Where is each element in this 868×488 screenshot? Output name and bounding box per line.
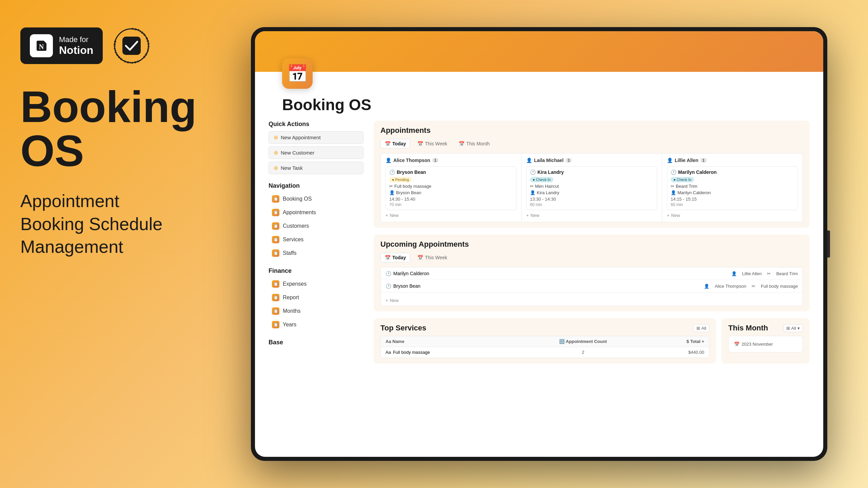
upcoming-beard-trim: Beard Trim <box>776 271 798 276</box>
status-badge-pending: ● Pending <box>389 177 513 184</box>
nav-icon-months: 📋 <box>272 307 279 315</box>
sidebar-item-appointments[interactable]: 📋 Appointments <box>269 206 363 219</box>
plus-icon-new-2: + <box>526 213 529 218</box>
upcoming-tab-today[interactable]: 📅 Today <box>380 253 410 262</box>
plus-icon-2: ⊕ <box>274 149 278 156</box>
sidebar-item-services[interactable]: 📋 Services <box>269 233 363 246</box>
person-icon-small-3: 👤 <box>671 190 676 195</box>
laila-count: 1 <box>566 158 572 163</box>
tab-this-month[interactable]: 📅 This Month <box>454 139 494 148</box>
month-label-row: 📅 2023 November <box>732 340 799 349</box>
sidebar-item-months[interactable]: 📋 Months <box>269 305 363 317</box>
month-filter[interactable]: ⊞ All ▾ <box>783 324 803 332</box>
person-icon-3: 👤 <box>667 158 673 163</box>
services-table-header: Aa Name 🔢 Appointment Count <box>381 336 709 347</box>
appt-header-lillie: 👤 Lillie Allen 1 <box>667 158 798 163</box>
service-count-cell: 2 <box>545 350 621 355</box>
scene: N Made for Notion NOTION CERTIFIED · NOT… <box>0 0 868 488</box>
notion-page: 📅 Booking OS Quick Actions <box>255 31 823 457</box>
calendar-icon-2: 📅 <box>417 141 423 146</box>
person-icon-1: 👤 <box>386 158 391 163</box>
add-new-1[interactable]: + New <box>386 213 516 218</box>
person-icon-up-1: 👤 <box>731 271 737 276</box>
appt-column-laila: 👤 Laila Michael 1 🕐 Kira Landry <box>521 154 662 222</box>
clock-icon-upcoming-2: 🕐 <box>386 283 391 289</box>
add-new-3[interactable]: + New <box>667 213 798 218</box>
notion-logo: N <box>30 34 53 57</box>
add-new-2[interactable]: + New <box>526 213 657 218</box>
row-aa-icon: Aa <box>386 350 391 355</box>
subtitle: Appointment Booking Schedule Management <box>20 190 203 259</box>
notion-text: Made for Notion <box>59 35 93 57</box>
time-3: 14:15 - 15:15 <box>671 197 794 202</box>
time-1: 14:30 - 15:40 <box>389 197 513 202</box>
clock-icon-3: 🕐 <box>671 169 676 175</box>
upcoming-marilyn-name: Marilyn Calderon <box>393 271 429 276</box>
lillie-allen-name: Lillie Allen <box>675 158 698 163</box>
nav-list: 📋 Booking OS 📋 Appointments 📋 <box>269 193 363 259</box>
sidebar-item-report[interactable]: 📋 Report <box>269 291 363 304</box>
quick-actions-list: ⊕ New Appointment ⊕ New Customer ⊕ <box>269 131 363 174</box>
service-name-cell: Aa Full body massage <box>386 350 538 355</box>
nav-icon-years: 📋 <box>272 321 279 328</box>
sidebar-item-booking-os[interactable]: 📋 Booking OS <box>269 193 363 205</box>
sidebar-item-customers[interactable]: 📋 Customers <box>269 220 363 232</box>
laila-michael-name: Laila Michael <box>534 158 564 163</box>
services-filter[interactable]: ⊞ All <box>693 324 709 332</box>
page-title: Booking OS <box>282 96 796 114</box>
nav-icon-appointments: 📋 <box>272 209 279 216</box>
add-new-upcoming[interactable]: + New <box>381 295 803 306</box>
nav-icon-expenses: 📋 <box>272 280 279 288</box>
upcoming-tab-week[interactable]: 📅 This Week <box>413 253 452 262</box>
top-services-heading: Top Services <box>380 324 426 332</box>
person-icon-small-1: 👤 <box>389 190 395 195</box>
upcoming-left-marilyn: 🕐 Marilyn Calderon <box>386 271 725 276</box>
appt-card-bryson: 🕐 Bryson Bean ● Pending ✂ <box>386 166 516 210</box>
nav-label-staffs: Staffs <box>283 250 297 256</box>
tab-this-week[interactable]: 📅 This Week <box>413 139 452 148</box>
services-table: Aa Name 🔢 Appointment Count <box>380 336 709 358</box>
new-customer-label: New Customer <box>281 150 314 156</box>
duration-2: 60 min <box>530 202 653 207</box>
upcoming-today-label: Today <box>392 255 406 260</box>
upcoming-row-bryson: 🕐 Bryson Bean 👤 Alice Thompson ✂ Full bo… <box>381 280 803 292</box>
staff-name-bryson: 🕐 Bryson Bean <box>389 169 513 175</box>
tab-this-week-label: This Week <box>425 141 447 146</box>
upcoming-tabs: 📅 Today 📅 This Week <box>380 253 803 262</box>
col-header-count: 🔢 Appointment Count <box>545 339 621 344</box>
upcoming-right-bryson: 👤 Alice Thompson ✂ Full body massage <box>704 284 798 289</box>
top-services-header: Top Services ⊞ All <box>380 324 709 332</box>
page-title-area: Booking OS <box>255 89 823 117</box>
sidebar-item-staffs[interactable]: 📋 Staffs <box>269 247 363 259</box>
appointments-section: Appointments 📅 Today 📅 This Week <box>374 121 810 228</box>
made-label: Made for <box>59 35 93 44</box>
services-all-label: All <box>702 326 706 331</box>
table-row: Aa Full body massage 2 $440.00 <box>381 347 709 358</box>
upcoming-alice: Alice Thompson <box>715 284 746 289</box>
this-month-section: This Month ⊞ All ▾ <box>722 318 810 364</box>
sidebar-item-years[interactable]: 📋 Years <box>269 319 363 331</box>
new-appointment-button[interactable]: ⊕ New Appointment <box>269 131 363 144</box>
sidebar-item-expenses[interactable]: 📋 Expenses <box>269 278 363 290</box>
new-customer-button[interactable]: ⊕ New Customer <box>269 146 363 159</box>
made-for-notion-badge: N Made for Notion <box>20 27 103 64</box>
calendar-icon-upcoming-2: 📅 <box>417 255 423 260</box>
status-badge-checkin-2: ● Check In <box>671 177 794 184</box>
upcoming-list: 🕐 Marilyn Calderon 👤 Lillie Allen ✂ Bear… <box>380 267 803 306</box>
badges-row: N Made for Notion NOTION CERTIFIED · NOT… <box>20 27 203 64</box>
navigation-section: Navigation 📋 Booking OS 📋 Appointments <box>269 182 363 259</box>
month-all-label: All <box>791 326 796 331</box>
top-services-section: Top Services ⊞ All <box>374 318 716 364</box>
plus-icon-upcoming: + <box>386 298 388 303</box>
col-total-label: Total <box>690 339 701 344</box>
tab-today[interactable]: 📅 Today <box>380 139 410 148</box>
tablet-screen: 📅 Booking OS Quick Actions <box>255 31 823 457</box>
upcoming-bryson-name: Bryson Bean <box>393 283 420 289</box>
customer-marilyn: 👤 Marilyn Calderon <box>671 190 794 195</box>
upcoming-heading: Upcoming Appointments <box>380 240 803 249</box>
status-badge-checkin-1: ● Check In <box>530 177 653 184</box>
aa-icon: Aa <box>386 339 391 344</box>
left-panel: N Made for Notion NOTION CERTIFIED · NOT… <box>0 0 224 488</box>
new-task-button[interactable]: ⊕ New Task <box>269 162 363 174</box>
nav-label-years: Years <box>283 322 296 328</box>
